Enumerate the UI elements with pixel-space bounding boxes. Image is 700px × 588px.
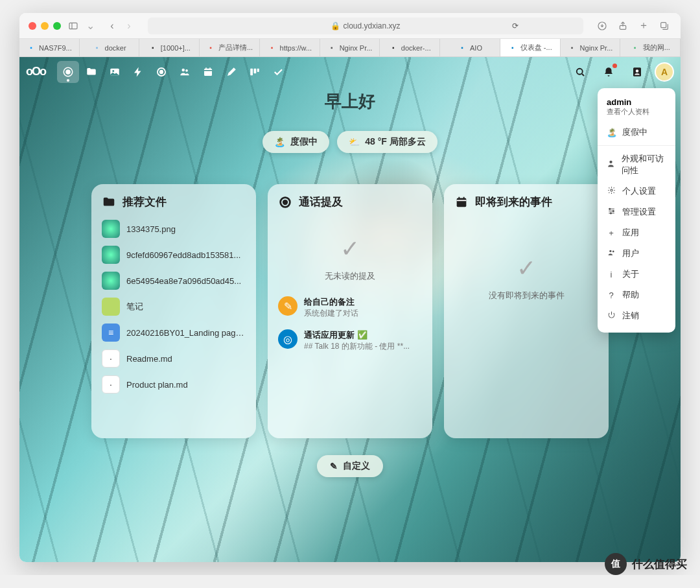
- svg-point-10: [160, 70, 163, 73]
- browser-tab[interactable]: ▪docker: [80, 39, 140, 56]
- browser-tab[interactable]: ▪Nginx Pr...: [561, 39, 621, 56]
- file-row[interactable]: 1334375.png: [102, 216, 246, 242]
- username-label: admin: [607, 97, 666, 107]
- talk-item[interactable]: ✎ 给自己的备注系统创建了对话: [278, 291, 422, 324]
- browser-tab[interactable]: ▪我的网...: [620, 39, 681, 56]
- minimize-window-button[interactable]: [41, 22, 49, 30]
- nextcloud-logo[interactable]: oOo: [26, 65, 52, 78]
- svg-rect-0: [69, 23, 77, 29]
- nav-photos-icon[interactable]: [104, 61, 126, 83]
- status-pill-vacation[interactable]: 🏝️ 度假中: [262, 131, 329, 153]
- browser-tab[interactable]: ▪[1000+]...: [139, 39, 200, 56]
- palm-tree-icon: 🏝️: [274, 137, 285, 147]
- svg-point-8: [112, 70, 114, 72]
- forward-button[interactable]: ›: [122, 19, 136, 33]
- empty-state-text: 没有即将到来的事件: [454, 290, 598, 301]
- browser-tab[interactable]: ▪AIO: [440, 39, 500, 56]
- nav-activity-icon[interactable]: [127, 61, 149, 83]
- browser-tab[interactable]: ▪仪表盘 -...: [500, 39, 561, 56]
- customize-button[interactable]: ✎ 自定义: [317, 455, 383, 477]
- nav-tasks-icon[interactable]: [267, 61, 289, 83]
- nav-contacts-icon[interactable]: [174, 61, 196, 83]
- nav-calendar-icon[interactable]: [197, 61, 219, 83]
- app-top-nav: oOo A: [19, 57, 681, 86]
- svg-rect-14: [250, 68, 253, 75]
- address-bar[interactable]: 🔒 cloud.ydxian.xyz ⟳: [148, 18, 583, 34]
- user-menu-item[interactable]: ?帮助: [598, 285, 675, 305]
- calendar-icon: [454, 195, 469, 209]
- maximize-window-button[interactable]: [53, 22, 61, 30]
- file-row[interactable]: ≡20240216BY01_Landing page...: [102, 320, 246, 346]
- contacts-menu-icon[interactable]: [626, 61, 648, 83]
- user-menu-item[interactable]: 🏝️度假中: [598, 122, 675, 143]
- browser-tab[interactable]: ▪NAS7F9...: [19, 39, 80, 56]
- file-row[interactable]: 6e54954ea8e7a096d50ad45...: [102, 268, 246, 294]
- search-icon[interactable]: [569, 61, 591, 83]
- nav-dashboard-icon[interactable]: [57, 61, 79, 83]
- nav-files-icon[interactable]: [80, 61, 102, 83]
- nav-talk-icon[interactable]: [150, 61, 172, 83]
- user-avatar-button[interactable]: A: [655, 62, 674, 82]
- user-menu-item[interactable]: +应用: [598, 222, 675, 243]
- svg-rect-13: [204, 68, 212, 75]
- svg-rect-15: [254, 68, 257, 73]
- user-menu-item[interactable]: i关于: [598, 264, 675, 285]
- user-dropdown-menu: admin 查看个人资料 🏝️度假中外观和可访问性个人设置管理设置+应用用户i关…: [598, 88, 675, 333]
- greeting-text: 早上好: [19, 90, 681, 113]
- sidebar-toggle-icon[interactable]: [66, 19, 80, 33]
- checkmark-icon: ✓: [454, 255, 598, 282]
- browser-tab[interactable]: ▪产品详情...: [200, 39, 260, 56]
- file-row[interactable]: 9cfefd60967edd8adb153581...: [102, 242, 246, 268]
- browser-titlebar: ⌄ ‹ › 🔒 cloud.ydxian.xyz ⟳ ＋: [19, 13, 681, 39]
- user-menu-item[interactable]: 个人设置: [598, 181, 675, 202]
- browser-tab-strip: ▪NAS7F9...▪docker▪[1000+]...▪产品详情...▪htt…: [19, 39, 681, 57]
- file-row[interactable]: ·Product plan.md: [102, 371, 246, 397]
- widget-recommended-files: 推荐文件 1334375.png9cfefd60967edd8adb153581…: [91, 184, 256, 438]
- user-menu-item[interactable]: 用户: [598, 243, 675, 264]
- user-menu-item[interactable]: 管理设置: [598, 202, 675, 222]
- svg-rect-16: [257, 68, 259, 71]
- svg-point-23: [612, 210, 614, 211]
- user-menu-item[interactable]: 外观和可访问性: [598, 148, 675, 181]
- browser-tab[interactable]: ▪Nginx Pr...: [320, 39, 380, 56]
- status-pill-weather[interactable]: ⛅ 48 °F 局部多云: [337, 131, 438, 153]
- new-tab-button[interactable]: ＋: [636, 19, 651, 33]
- nav-notes-icon[interactable]: [220, 61, 242, 83]
- watermark-text: 什么值得买: [632, 557, 687, 572]
- user-menu-item[interactable]: 注销: [598, 305, 675, 326]
- notifications-icon[interactable]: [598, 61, 620, 83]
- widget-title: 通话提及: [299, 194, 343, 209]
- svg-point-25: [609, 250, 611, 252]
- talk-icon: [278, 195, 292, 209]
- back-button[interactable]: ‹: [105, 19, 119, 33]
- svg-point-28: [283, 200, 287, 204]
- folder-icon: [102, 195, 116, 209]
- svg-point-17: [577, 68, 583, 74]
- close-window-button[interactable]: [29, 22, 36, 30]
- widget-talk-mentions: 通话提及 ✓ 无未读的提及 ✎ 给自己的备注系统创建了对话◎ 通话应用更新 ✅#…: [268, 184, 432, 438]
- user-menu-header[interactable]: admin 查看个人资料: [598, 95, 675, 122]
- watermark: 值 什么值得买: [605, 553, 687, 575]
- tabs-overview-icon[interactable]: [657, 19, 671, 33]
- file-row[interactable]: ·Readme.md: [102, 346, 246, 371]
- cloud-icon: ⛅: [349, 137, 360, 147]
- svg-point-24: [610, 213, 611, 214]
- widget-title: 即将到来的事件: [475, 194, 552, 209]
- browser-tab[interactable]: ▪docker-...: [380, 39, 440, 56]
- tab-overview-chevron[interactable]: ⌄: [86, 19, 95, 33]
- url-text: cloud.ydxian.xyz: [343, 21, 400, 30]
- share-icon[interactable]: [616, 19, 630, 33]
- file-row[interactable]: 笔记: [102, 294, 246, 320]
- svg-rect-29: [457, 198, 467, 207]
- svg-point-5: [65, 69, 71, 75]
- view-profile-label: 查看个人资料: [607, 107, 666, 117]
- svg-rect-4: [661, 22, 666, 27]
- browser-tab[interactable]: ▪https://w...: [260, 39, 320, 56]
- widget-title: 推荐文件: [122, 194, 167, 209]
- svg-point-20: [609, 161, 612, 163]
- nav-deck-icon[interactable]: [244, 61, 266, 83]
- talk-item[interactable]: ◎ 通话应用更新 ✅## Talk 18 的新功能 - 使用 **...: [278, 324, 422, 357]
- watermark-badge: 值: [605, 553, 627, 575]
- downloads-icon[interactable]: [595, 19, 609, 33]
- svg-point-26: [612, 251, 614, 253]
